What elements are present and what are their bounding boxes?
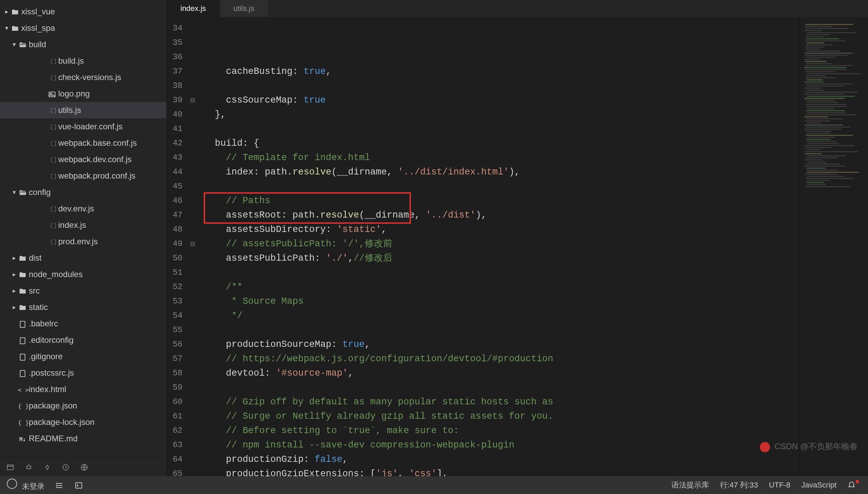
browser-icon[interactable] (80, 462, 88, 472)
minimap-line (804, 151, 858, 152)
code-line[interactable]: // Before setting to `true`, make sure t… (198, 424, 800, 438)
js-icon: 〔〕 (47, 155, 57, 164)
chevron-icon[interactable]: ▸ (10, 287, 18, 295)
tree-item[interactable]: .editorconfig (0, 332, 166, 348)
minimap-line (806, 51, 840, 52)
code-line[interactable]: cacheBusting: true, (198, 64, 800, 79)
line-number: 34 (167, 21, 190, 36)
tree-item[interactable]: 〔〕prod.env.js (0, 233, 166, 250)
tree-item[interactable]: ▾config (0, 184, 166, 200)
tree-item[interactable]: .postcssrc.js (0, 365, 166, 381)
sync-icon[interactable] (62, 462, 70, 472)
tree-item[interactable]: 〔〕utils.js (0, 102, 166, 118)
tree-item[interactable]: 〔〕dev.env.js (0, 200, 166, 217)
minimap-line (807, 90, 824, 91)
chevron-icon[interactable]: ▸ (3, 8, 10, 15)
code-line[interactable] (198, 380, 800, 395)
code-line[interactable]: /** (198, 280, 800, 294)
fold-marker (190, 380, 198, 395)
syntax-hint[interactable]: 语法提示库 (671, 480, 709, 490)
chevron-icon[interactable]: ▾ (10, 188, 18, 196)
minimap-line (806, 44, 832, 46)
tree-item[interactable]: { }package.json (0, 398, 166, 414)
editor-tab[interactable]: utils.js (220, 0, 268, 17)
code-line[interactable]: */ (198, 309, 800, 323)
list-icon[interactable] (55, 481, 64, 490)
file-tree[interactable]: ▸xissl_vue▾xissl_spa▾build〔〕build.js〔〕ch… (0, 0, 166, 457)
tree-item[interactable]: 〔〕webpack.prod.conf.js (0, 168, 166, 184)
code-line[interactable]: // assetsPublicPath: '/',修改前 (198, 237, 800, 251)
code-line[interactable]: productionGzip: false, (198, 452, 800, 467)
tree-item[interactable]: logo.png (0, 86, 166, 102)
cursor-position[interactable]: 行:47 列:33 (720, 480, 758, 490)
chevron-icon[interactable]: ▸ (10, 254, 18, 262)
fold-marker[interactable]: ⊟ (190, 93, 198, 107)
code-line[interactable] (198, 265, 800, 280)
tree-item[interactable]: ▸dist (0, 250, 166, 266)
tree-item[interactable]: 〔〕build.js (0, 53, 166, 69)
code-line[interactable]: assetsSubDirectory: 'static', (198, 222, 800, 237)
tree-item[interactable]: M↓README.md (0, 430, 166, 447)
tree-item[interactable]: .babelrc (0, 315, 166, 332)
chevron-icon[interactable]: ▾ (10, 41, 18, 48)
chevron-icon[interactable]: ▸ (10, 303, 18, 311)
encoding[interactable]: UTF-8 (769, 481, 790, 490)
code-line[interactable]: assetsPublicPath: './',//修改后 (198, 251, 800, 265)
bug-icon[interactable] (25, 462, 33, 472)
minimap-line (807, 168, 826, 169)
tree-item[interactable]: .gitignore (0, 348, 166, 365)
tree-item[interactable]: ▾build (0, 36, 166, 53)
code-line[interactable]: * Source Maps (198, 294, 800, 309)
explorer-icon[interactable] (6, 462, 14, 472)
tree-item-label: README.md (27, 434, 78, 443)
code-line[interactable]: devtool: '#source-map', (198, 366, 800, 380)
terminal-icon[interactable] (75, 481, 83, 490)
tree-item[interactable]: 〔〕webpack.dev.conf.js (0, 151, 166, 168)
tree-item[interactable]: ▸xissl_vue (0, 3, 166, 20)
minimap[interactable] (800, 17, 868, 476)
code-line[interactable]: build: { (198, 136, 800, 151)
chevron-icon[interactable]: ▾ (3, 24, 10, 32)
tree-item[interactable]: 〔〕check-versions.js (0, 69, 166, 86)
login-status[interactable]: 未登录 (7, 479, 45, 492)
code-content[interactable]: cacheBusting: true, cssSourceMap: true }… (198, 17, 800, 476)
minimap-line (807, 141, 836, 142)
code-line[interactable] (198, 122, 800, 136)
tree-item[interactable]: ▸src (0, 283, 166, 299)
code-line[interactable] (198, 179, 800, 194)
tree-item[interactable]: ▸static (0, 299, 166, 315)
code-line[interactable]: // https://webpack.js.org/configuration/… (198, 352, 800, 366)
code-line[interactable]: productionGzipExtensions: ['js', 'css'], (198, 467, 800, 476)
code-line[interactable]: // Paths (198, 194, 800, 208)
chevron-icon[interactable]: ▸ (10, 271, 18, 278)
code-line[interactable]: // Template for index.html (198, 151, 800, 165)
code-line[interactable] (198, 323, 800, 337)
code-line[interactable]: }, (198, 107, 800, 122)
code-line[interactable]: productionSourceMap: true, (198, 337, 800, 352)
tree-item[interactable]: 〔〕webpack.base.conf.js (0, 135, 166, 151)
tree-item[interactable]: 〔〕vue-loader.conf.js (0, 118, 166, 135)
tree-item[interactable]: ▾xissl_spa (0, 20, 166, 36)
fold-marker[interactable]: ⊟ (190, 237, 198, 251)
tree-item[interactable]: ▸node_modules (0, 266, 166, 283)
code-line[interactable]: // Surge or Netlify already gzip all sta… (198, 409, 800, 424)
code-line[interactable]: assetsRoot: path.resolve(__dirname, '../… (198, 208, 800, 222)
fold-column[interactable]: ⊟⊟ (190, 17, 198, 476)
editor-tab[interactable]: index.js (167, 0, 220, 17)
code-line[interactable] (198, 79, 800, 93)
tree-item[interactable]: 〔〕index.js (0, 217, 166, 233)
code-line[interactable]: // Gzip off by default as many popular s… (198, 395, 800, 409)
language-mode[interactable]: JavaScript (801, 481, 836, 490)
notifications-icon[interactable] (847, 481, 861, 490)
code-line[interactable]: index: path.resolve(__dirname, '../dist/… (198, 165, 800, 179)
fold-marker (190, 395, 198, 409)
code-line[interactable]: cssSourceMap: true (198, 93, 800, 107)
editor-tabs[interactable]: index.jsutils.js (167, 0, 868, 17)
tree-item[interactable]: < >index.html (0, 381, 166, 398)
debug-icon[interactable] (43, 462, 51, 472)
fold-marker (190, 294, 198, 309)
fold-marker (190, 424, 198, 438)
tree-item[interactable]: { }package-lock.json (0, 414, 166, 430)
line-number: 62 (167, 424, 190, 438)
code-line[interactable]: // npm install --save-dev compression-we… (198, 438, 800, 452)
